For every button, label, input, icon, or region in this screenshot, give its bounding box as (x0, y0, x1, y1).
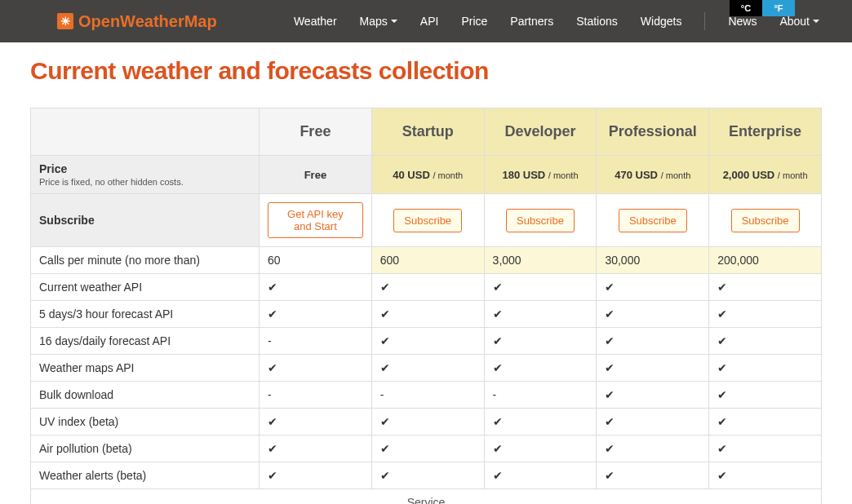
subscribe-enterprise-button[interactable]: Subscribe (731, 209, 800, 232)
feature-label: 5 days/3 hour forecast API (31, 301, 260, 328)
calls-enterprise: 200,000 (709, 247, 822, 274)
feature-row: Air pollution (beta)✔✔✔✔✔ (31, 435, 822, 462)
page-title: Current weather and forecasts collection (30, 57, 822, 85)
chevron-down-icon (813, 20, 819, 23)
brand-logo[interactable]: ☀ OpenWeatherMap (57, 12, 217, 31)
unit-toggle: °C °F (730, 0, 795, 16)
calls-startup: 600 (371, 247, 484, 274)
plan-free-header: Free (260, 108, 372, 156)
nav-news[interactable]: News (728, 15, 757, 28)
blank-header (31, 108, 260, 156)
feature-row: Bulk download---✔✔ (31, 382, 822, 409)
get-api-key-button[interactable]: Get API key and Start (268, 202, 363, 238)
service-label: Service (31, 489, 822, 505)
price-row: Price Price is fixed, no other hidden co… (31, 156, 822, 194)
feature-row: Weather alerts (beta)✔✔✔✔✔ (31, 462, 822, 489)
nav-maps[interactable]: Maps (360, 15, 397, 28)
nav-stations[interactable]: Stations (576, 15, 618, 28)
feature-label: Weather maps API (31, 355, 260, 382)
nav-widgets[interactable]: Widgets (641, 15, 682, 28)
price-developer: 180 USD / month (484, 156, 597, 194)
price-enterprise: 2,000 USD / month (709, 156, 822, 194)
price-professional: 470 USD / month (597, 156, 709, 194)
calls-free: 60 (260, 247, 372, 274)
pricing-table: Free Startup Developer Professional Ente… (30, 108, 822, 504)
nav-weather[interactable]: Weather (294, 15, 337, 28)
nav-partners[interactable]: Partners (510, 15, 553, 28)
feature-label: Weather alerts (beta) (31, 462, 260, 489)
plan-header-row: Free Startup Developer Professional Ente… (31, 108, 822, 156)
feature-label: Bulk download (31, 382, 260, 409)
unit-celsius-button[interactable]: °C (730, 0, 762, 16)
price-label-cell: Price Price is fixed, no other hidden co… (31, 156, 260, 194)
plan-enterprise-header: Enterprise (709, 108, 822, 156)
feature-label: UV index (beta) (31, 409, 260, 435)
feature-row: Current weather API✔✔✔✔✔ (31, 274, 822, 301)
top-navbar: °C °F ☀ OpenWeatherMap Weather Maps API … (0, 0, 852, 42)
feature-row: Weather maps API✔✔✔✔✔ (31, 355, 822, 382)
feature-row: UV index (beta)✔✔✔✔✔ (31, 409, 822, 435)
feature-row: 16 days/daily forecast API-✔✔✔✔ (31, 328, 822, 355)
brand-text: OpenWeatherMap (78, 12, 217, 31)
calls-label: Calls per minute (no more than) (31, 247, 260, 274)
subscribe-label-cell: Subscribe (31, 194, 260, 247)
nav-divider (704, 12, 705, 30)
feature-label: 16 days/daily forecast API (31, 328, 260, 355)
subscribe-developer-button[interactable]: Subscribe (506, 209, 575, 232)
feature-row: 5 days/3 hour forecast API✔✔✔✔✔ (31, 301, 822, 328)
plan-startup-header: Startup (371, 108, 484, 156)
subscribe-row: Subscribe Get API key and Start Subscrib… (31, 194, 822, 247)
plan-professional-header: Professional (597, 108, 709, 156)
nav-api[interactable]: API (420, 15, 439, 28)
plan-developer-header: Developer (484, 108, 597, 156)
sun-icon: ☀ (57, 13, 73, 29)
feature-label: Air pollution (beta) (31, 435, 260, 462)
chevron-down-icon (391, 20, 397, 23)
nav-price[interactable]: Price (461, 15, 487, 28)
calls-developer: 3,000 (484, 247, 597, 274)
subscribe-startup-button[interactable]: Subscribe (393, 209, 462, 232)
service-header-row: Service (31, 489, 822, 505)
calls-professional: 30,000 (597, 247, 709, 274)
unit-fahrenheit-button[interactable]: °F (762, 0, 795, 16)
nav-about[interactable]: About (779, 15, 819, 28)
price-free: Free (260, 156, 372, 194)
price-startup: 40 USD / month (371, 156, 484, 194)
subscribe-professional-button[interactable]: Subscribe (619, 209, 687, 232)
feature-label: Current weather API (31, 274, 260, 301)
calls-row: Calls per minute (no more than) 60 600 3… (31, 247, 822, 274)
